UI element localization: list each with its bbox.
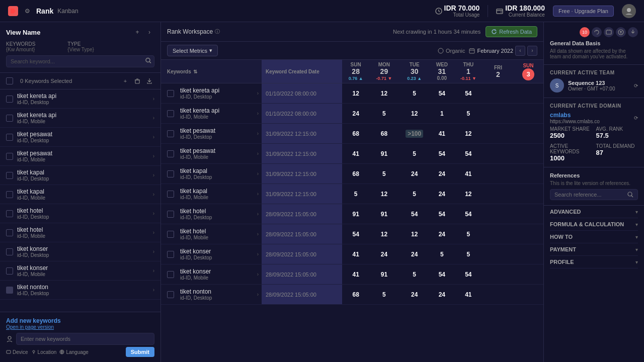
row-expand-icon[interactable]: › [153,192,154,197]
row-expand-icon[interactable]: › [153,172,154,178]
accordion-profile[interactable]: PROFILE ▾ [550,256,638,268]
row-checkbox[interactable] [6,287,13,294]
table-row[interactable]: tiket hotel id-ID, Desktop › 28/09/2022 … [161,204,543,224]
settings-icon[interactable]: ⚙ [22,6,32,16]
ref-search-input[interactable] [554,192,625,198]
add-keywords-input[interactable] [16,333,154,345]
refresh-team-button[interactable]: ⟳ [634,83,638,88]
row-expand[interactable]: › [257,211,259,217]
list-item[interactable]: tiket kapal id-ID, Desktop › [0,166,160,185]
table-row[interactable]: tiket kapal id-ID, Desktop › 31/09/2022 … [161,164,543,184]
accordion-payment[interactable]: PAYMENT ▾ [550,243,638,256]
row-checkbox[interactable] [167,150,174,157]
row-expand-icon[interactable]: › [153,96,154,102]
upgrade-button[interactable]: Free · Upgrade Plan [553,6,614,17]
search-input[interactable] [6,55,154,67]
search-icon[interactable] [145,58,151,65]
row-expand[interactable]: › [257,251,259,257]
select-all-checkbox[interactable] [6,77,13,84]
row-checkbox[interactable] [167,90,174,97]
notification-badge[interactable]: 10 [580,27,590,37]
row-checkbox[interactable] [167,271,174,278]
row-checkbox[interactable] [6,191,13,198]
row-checkbox[interactable] [167,130,174,137]
list-item[interactable]: tiket kereta api id-ID, Desktop › [0,89,160,109]
list-item[interactable]: tiket hotel id-ID, Mobile › [0,223,160,242]
list-item[interactable]: tiket kapal id-ID, Mobile › [0,185,160,204]
metrics-dropdown[interactable]: Select Metrics ▾ [167,45,218,56]
table-row[interactable]: tiket konser id-ID, Mobile › 28/09/2022 … [161,264,543,285]
row-expand[interactable]: › [257,90,259,96]
list-item[interactable]: tiket hotel id-ID, Desktop › [0,204,160,223]
row-checkbox[interactable] [167,170,174,177]
row-checkbox[interactable] [167,191,174,198]
list-item[interactable]: tiket kereta api id-ID, Mobile › [0,109,160,128]
row-checkbox[interactable] [6,229,13,236]
list-item[interactable]: tiket konser id-ID, Mobile › [0,261,160,281]
row-checkbox[interactable] [6,267,13,275]
organic-filter[interactable]: Organic [438,48,465,54]
row-checkbox[interactable] [167,211,174,218]
row-expand-icon[interactable]: › [153,211,154,216]
list-item[interactable]: tiket konser id-ID, Desktop › [0,242,160,261]
export-keyword-icon[interactable] [144,76,154,86]
row-expand-icon[interactable]: › [153,249,154,254]
accordion-advanced[interactable]: ADVANCED ▾ [550,206,638,218]
table-row[interactable]: tiket kapal id-ID, Mobile › 31/09/2022 1… [161,184,543,204]
row-expand-icon[interactable]: › [153,230,154,235]
next-view-button[interactable]: › [144,27,154,37]
row-expand-icon[interactable]: › [153,287,154,293]
row-expand[interactable]: › [257,292,259,297]
table-row[interactable]: tiket nonton id-ID, Desktop › 28/09/2022… [161,285,543,305]
device-button[interactable]: Device [6,349,28,355]
table-row[interactable]: tiket konser id-ID, Desktop › 28/09/2022… [161,244,543,264]
row-checkbox[interactable] [167,291,174,298]
row-checkbox[interactable] [6,115,13,122]
workspace-info-icon[interactable]: ⓘ [215,28,220,35]
row-expand-icon[interactable]: › [153,153,154,159]
row-expand[interactable]: › [257,272,259,277]
open-page-version-link[interactable]: Open in page version [6,324,154,330]
row-expand-icon[interactable]: › [153,268,154,274]
row-expand-icon[interactable]: › [153,115,154,121]
row-expand[interactable]: › [257,191,259,197]
table-row[interactable]: tiket pesawat id-ID, Mobile › 31/09/2022… [161,144,543,164]
table-row[interactable]: tiket pesawat id-ID, Desktop › 31/09/202… [161,124,543,144]
submit-button[interactable]: Submit [126,347,154,357]
row-expand[interactable]: › [257,171,259,176]
date-prev-button[interactable]: ‹ [515,46,525,56]
table-row[interactable]: tiket kereta api id-ID, Mobile › 01/10/2… [161,104,543,124]
row-checkbox[interactable] [6,210,13,217]
right-icon-1[interactable] [592,27,602,37]
date-next-button[interactable]: › [527,46,537,56]
row-checkbox[interactable] [6,134,13,141]
row-expand[interactable]: › [257,131,259,136]
row-expand[interactable]: › [257,111,259,116]
row-expand-icon[interactable]: › [153,134,154,140]
add-keyword-icon[interactable]: + [120,76,130,86]
row-checkbox[interactable] [167,231,174,238]
language-button[interactable]: Language [59,349,89,355]
delete-keyword-icon[interactable] [132,76,142,86]
row-checkbox[interactable] [167,251,174,258]
accordion-howto[interactable]: HOW TO ▾ [550,231,638,243]
list-item[interactable]: tiket pesawat id-ID, Desktop › [0,128,160,147]
add-view-button[interactable]: + [132,27,142,37]
right-icon-4[interactable] [628,27,638,37]
list-item[interactable]: tiket nonton id-ID, Desktop › [0,281,160,300]
row-checkbox[interactable] [6,96,13,103]
right-icon-2[interactable] [604,27,614,37]
location-button[interactable]: Location [31,349,57,355]
right-icon-3[interactable] [616,27,626,37]
sort-icon[interactable]: ⇅ [193,69,197,74]
row-checkbox[interactable] [167,110,174,117]
list-item[interactable]: tiket pesawat id-ID, Mobile › [0,147,160,166]
table-row[interactable]: tiket hotel id-ID, Mobile › 28/09/2022 1… [161,224,543,244]
row-checkbox[interactable] [6,248,13,255]
row-expand[interactable]: › [257,231,259,237]
user-avatar[interactable] [622,4,636,18]
accordion-formula[interactable]: FORMULA & CALCULATION ▾ [550,218,638,231]
row-expand[interactable]: › [257,151,259,156]
row-checkbox[interactable] [6,153,13,160]
row-checkbox[interactable] [6,172,13,179]
